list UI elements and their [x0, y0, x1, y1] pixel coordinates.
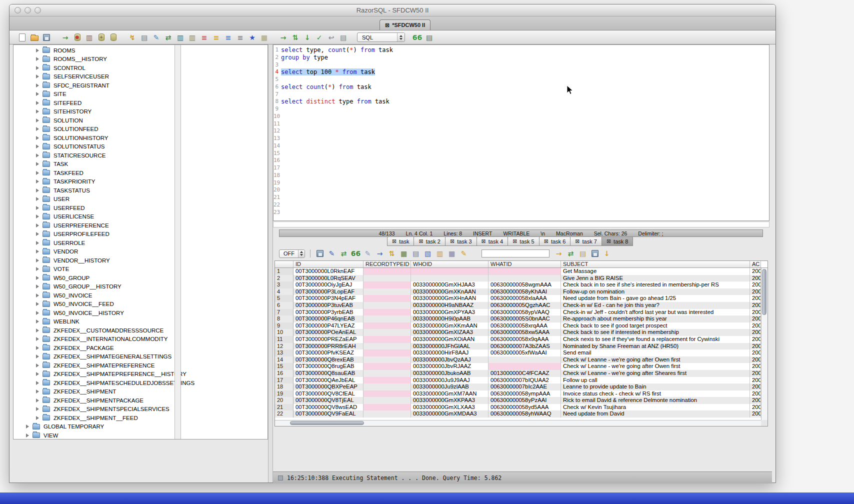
- table-cell[interactable]: Check nexis to see if they've found a re…: [561, 336, 750, 343]
- disclosure-triangle-icon[interactable]: [36, 188, 39, 192]
- table-cell[interactable]: 00T3000000P3tuvEAB: [294, 302, 364, 309]
- sidebar-item-rooms-history[interactable]: ROOMS__HISTORY: [14, 55, 174, 64]
- disclosure-triangle-icon[interactable]: [36, 354, 39, 358]
- results-table-header[interactable]: IDRECORDTYPEIDWHOIDWHATIDSUBJECTAC: [275, 261, 768, 268]
- disclosure-triangle-icon[interactable]: [36, 302, 39, 306]
- table-cell[interactable]: 00T3000000P3N4pEAF: [294, 295, 364, 302]
- sidebar-item-w50-invoice-history[interactable]: W50_INVOICE__HISTORY: [14, 308, 174, 318]
- column-header-recordtypeid[interactable]: RECORDTYPEID: [364, 261, 411, 268]
- table-cell[interactable]: [364, 410, 411, 418]
- table-row[interactable]: 1600T3000000Q8sauEAB0033000000JbukoAAB00…: [275, 370, 768, 377]
- undo-icon[interactable]: ↩: [326, 32, 336, 42]
- sidebar-item-rooms[interactable]: ROOMS: [14, 46, 174, 55]
- open-file-icon[interactable]: [29, 32, 40, 42]
- table-cell[interactable]: 0033000000Ju9J9AAJ: [411, 377, 488, 384]
- editor-line[interactable]: 2group by type: [274, 54, 769, 62]
- disclosure-triangle-icon[interactable]: [36, 390, 39, 394]
- sidebar-item-zkfedex-shipmategeneralsettings[interactable]: ZKFEDEX__SHIPMATEGENERALSETTINGS: [14, 352, 174, 362]
- table-cell[interactable]: 0033000000Ju9zlAAB: [411, 384, 488, 390]
- table-row[interactable]: 1300T3000000PfvKSEAZ0033000000HirF8AAJ00…: [275, 350, 768, 356]
- execute-fetch-icon[interactable]: ↓: [302, 32, 312, 42]
- table-row[interactable]: 1900T3000000QV8CfEAL0033000000GmXM7AAN00…: [275, 390, 768, 398]
- editor-line[interactable]: 3: [274, 62, 769, 69]
- import-data-icon[interactable]: ▥: [187, 32, 198, 42]
- sidebar-item-solutionfeed[interactable]: SOLUTIONFEED: [14, 125, 174, 134]
- editor-line[interactable]: 22: [274, 202, 769, 209]
- table-cell[interactable]: 200: [750, 377, 761, 384]
- sidebar-item-site[interactable]: SITE: [14, 90, 174, 99]
- table-cell[interactable]: [364, 282, 411, 288]
- table-cell[interactable]: 00T3000000QV8wsEAD: [294, 404, 364, 411]
- edit-list-icon[interactable]: ≡: [235, 32, 246, 42]
- disclosure-triangle-icon[interactable]: [26, 434, 29, 438]
- disclosure-triangle-icon[interactable]: [36, 48, 39, 52]
- table-cell[interactable]: 200: [750, 384, 761, 390]
- check-syntax-icon[interactable]: ✓: [314, 32, 324, 42]
- sidebar-item-zkfedex-internationalcommodity[interactable]: ZKFEDEX__INTERNATIONALCOMMODITY: [14, 335, 174, 344]
- results-tab-task-8[interactable]: ⊠task 8: [602, 236, 634, 246]
- table-cell[interactable]: 0033000000GmXHnAAN: [411, 295, 488, 302]
- table-cell[interactable]: 00T3000000P3LopEAF: [294, 288, 364, 296]
- table-cell[interactable]: 200: [750, 404, 761, 411]
- disclosure-triangle-icon[interactable]: [26, 424, 29, 428]
- table-cell[interactable]: 00T3000000Q8rugEAB: [294, 363, 364, 370]
- table-row[interactable]: 500T3000000P3N4pEAF0033000000GmXHnAAN006…: [275, 295, 768, 302]
- tab-close-icon[interactable]: ⊠: [385, 22, 390, 28]
- table-cell[interactable]: 006300000058xw5AAA: [488, 329, 561, 336]
- table-cell[interactable]: 200: [750, 309, 761, 316]
- favorites-icon[interactable]: ★: [247, 32, 258, 42]
- disclosure-triangle-icon[interactable]: [36, 171, 39, 175]
- select-stepper-icon[interactable]: [397, 33, 404, 42]
- column-header-whoid[interactable]: WHOID: [411, 261, 488, 268]
- table-cell[interactable]: 0033000000H9aNBAAZ: [411, 302, 488, 309]
- editor-line[interactable]: 15: [274, 150, 769, 158]
- table-cell[interactable]: Check back to see if good target prospec…: [561, 322, 750, 330]
- table-cell[interactable]: 0033000000GmXM7AAN: [411, 390, 488, 398]
- table-cell[interactable]: [364, 288, 411, 296]
- table-cell[interactable]: 00T3000000OiyJgEAJ: [294, 282, 364, 288]
- sidebar-item-vendor-history[interactable]: VENDOR__HISTORY: [14, 256, 174, 265]
- disclosure-triangle-icon[interactable]: [36, 118, 39, 122]
- editor-line[interactable]: 1select type, count(*) from task: [274, 46, 769, 54]
- disclosure-triangle-icon[interactable]: [36, 328, 39, 332]
- new-database-icon[interactable]: +: [96, 32, 106, 42]
- editor-line[interactable]: 12: [274, 128, 769, 135]
- table-row[interactable]: 1000T3000000POeAnEAL0033000000GmXIZAA300…: [275, 329, 768, 336]
- sidebar-item-weblink[interactable]: WEBLINK: [14, 318, 174, 326]
- sidebar-item-zkfedex-customaddresssource[interactable]: ZKFEDEX__CUSTOMADDRESSSOURCE: [14, 326, 174, 335]
- table-cell[interactable]: 00T3000000L0RknEAF: [294, 268, 364, 275]
- tab-close-icon[interactable]: ⊠: [418, 238, 423, 244]
- tab-close-icon[interactable]: ⊠: [512, 238, 517, 244]
- sidebar-item-sitehistory[interactable]: SITEHISTORY: [14, 108, 174, 116]
- table-cell[interactable]: 200: [750, 329, 761, 336]
- table-cell[interactable]: 0033000000JFhGlAAL: [411, 343, 488, 350]
- table-row[interactable]: 200T3000000L0RqSEAVGive Jenn a BIG RAISE…: [275, 275, 768, 282]
- sort-rows-icon[interactable]: ⇅: [386, 248, 397, 259]
- view-row-glasses-icon[interactable]: 66: [350, 248, 361, 259]
- sidebar-item-zkfedex-shipment[interactable]: ZKFEDEX__SHIPMENT: [14, 388, 174, 396]
- panel-splitter[interactable]: [268, 44, 273, 482]
- table-cell[interactable]: 0033000000GmXMDAA3: [411, 410, 488, 418]
- table-cell[interactable]: 0033000000JbvRJAAZ: [411, 363, 488, 370]
- table-cell[interactable]: 200: [750, 282, 761, 288]
- table-cell[interactable]: 006300000058xrqAAA: [488, 322, 561, 330]
- table-row[interactable]: 100T3000000L0RknEAFGet Massage200: [275, 268, 768, 275]
- editor-line[interactable]: 6select count(*) from task: [274, 84, 769, 91]
- sidebar-item-solution[interactable]: SOLUTION: [14, 116, 174, 125]
- sidebar-item-taskpriority[interactable]: TASKPRIORITY: [14, 178, 174, 186]
- table-cell[interactable]: Send email: [561, 350, 750, 356]
- table-cell[interactable]: [364, 316, 411, 322]
- table-row[interactable]: 1800T3000000QBXPeEAP0033000000Ju9zlAAB00…: [275, 384, 768, 390]
- statement-type-select[interactable]: SQL: [357, 32, 405, 42]
- table-row[interactable]: 400T3000000P3LopEAF0033000000GmXKnAAN006…: [275, 288, 768, 296]
- describe-results-icon[interactable]: ▤: [410, 248, 421, 259]
- table-cell[interactable]: [364, 275, 411, 282]
- editor-line[interactable]: 18: [274, 172, 769, 180]
- table-cell[interactable]: 200: [750, 268, 761, 275]
- table-cell[interactable]: [364, 309, 411, 316]
- sidebar-item-userprofilefeed[interactable]: USERPROFILEFEED: [14, 230, 174, 239]
- filter-results-icon[interactable]: ✎: [326, 248, 337, 259]
- table-row[interactable]: 1400T3000000Q8rexEAB0033000000JbvQzAAJCh…: [275, 356, 768, 364]
- table-cell[interactable]: 00T3000000P3yrbEAB: [294, 309, 364, 316]
- table-cell[interactable]: 006300000058x9qAAA: [488, 336, 561, 343]
